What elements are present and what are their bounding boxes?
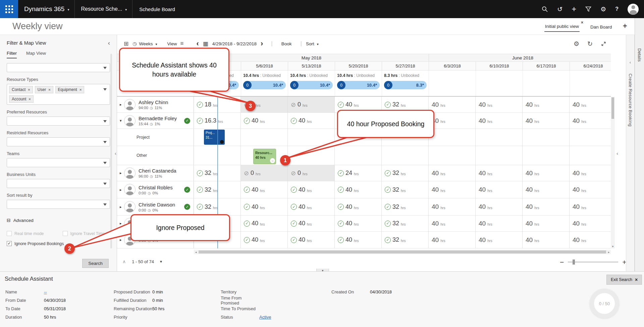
capacity-bar[interactable]: 010.4* bbox=[243, 81, 286, 89]
details-rail[interactable]: Details bbox=[635, 18, 644, 271]
prev-period-button[interactable]: ‹ bbox=[196, 40, 199, 47]
grid-cell[interactable] bbox=[523, 129, 570, 146]
checkbox-real-time-mode[interactable]: Real time mode bbox=[7, 231, 44, 236]
filter-select-preferred-resources[interactable] bbox=[7, 116, 110, 126]
board-settings-icon[interactable]: ⚙ bbox=[574, 40, 579, 48]
refresh-icon[interactable]: ↻ bbox=[587, 40, 593, 48]
zoom-slider-thumb[interactable] bbox=[573, 260, 575, 265]
grid-cell[interactable]: ✓40hrs bbox=[241, 232, 288, 248]
search-icon[interactable] bbox=[542, 6, 548, 12]
checkbox-ignore-travel-time[interactable]: Ignore Travel Time bbox=[63, 231, 105, 236]
filter-select-restricted-resources[interactable] bbox=[7, 137, 110, 146]
horizontal-scrollbar[interactable]: ◂▸ bbox=[194, 250, 611, 254]
recent-history-icon[interactable]: ↺ bbox=[557, 6, 562, 12]
chevron-down-icon[interactable]: ▾ bbox=[125, 8, 127, 11]
waffle-icon[interactable] bbox=[0, 0, 18, 18]
grid-cell[interactable] bbox=[476, 146, 523, 165]
zoom-slider[interactable] bbox=[568, 262, 618, 263]
grid-cell[interactable]: ✓32hrs bbox=[382, 216, 429, 231]
grid-cell[interactable]: ✓32hrs bbox=[382, 198, 429, 215]
grid-cell[interactable]: ✓40hrs bbox=[335, 232, 382, 248]
grid-cell[interactable]: 40hrs bbox=[476, 165, 523, 181]
grid-cell[interactable]: ✓40hrs bbox=[335, 216, 382, 231]
quick-create-icon[interactable]: + bbox=[572, 5, 576, 13]
zoom-out-button[interactable]: − bbox=[560, 259, 564, 266]
resource-name-cell[interactable]: ▸Ashley Chinn94:00◷11% bbox=[117, 97, 194, 112]
proposed-booking-block[interactable]: Resourc...40 hrs☼ bbox=[253, 149, 276, 164]
tab-initial-public-view[interactable]: Initial public view× bbox=[544, 21, 580, 32]
resource-type-tag-user[interactable]: User× bbox=[35, 86, 53, 93]
filter-icon[interactable] bbox=[585, 6, 591, 12]
scroll-down-icon[interactable]: ▼ bbox=[611, 245, 615, 248]
grid-cell[interactable] bbox=[288, 146, 335, 165]
settings-gear-icon[interactable]: ⚙ bbox=[600, 6, 606, 12]
search-button[interactable]: Search bbox=[82, 259, 109, 268]
chevron-down-icon[interactable]: ▾ bbox=[317, 42, 319, 46]
exit-search-button[interactable]: Exit Search× bbox=[606, 275, 642, 285]
expander-icon[interactable]: ▸ bbox=[120, 205, 124, 209]
grid-cell[interactable]: 40hrs bbox=[523, 97, 570, 112]
grid-cell[interactable]: ✓40hrs bbox=[241, 181, 288, 198]
grid-cell[interactable]: 40hrs bbox=[429, 97, 476, 112]
zoom-in-button[interactable]: + bbox=[622, 259, 626, 266]
expander-icon[interactable]: ▸ bbox=[120, 102, 124, 107]
add-board-tab-button[interactable]: + bbox=[623, 21, 627, 32]
grid-cell[interactable] bbox=[335, 146, 382, 165]
grid-cell[interactable]: ✓32hrs bbox=[382, 181, 429, 198]
collapse-right-panel-icon[interactable]: ‹ bbox=[616, 150, 618, 156]
resource-type-tag-equipment[interactable]: Equipment× bbox=[55, 86, 85, 93]
grid-cell[interactable]: ⊘0hrs bbox=[288, 97, 335, 112]
grid-cell[interactable]: ✓40hrs bbox=[288, 113, 335, 129]
grid-cell[interactable]: 40hrs bbox=[570, 181, 611, 198]
resource-name-cell[interactable]: ▾Bernadette Foley15:44◷1%✓ bbox=[117, 113, 194, 129]
vertical-scrollbar[interactable]: ▼ bbox=[611, 97, 615, 248]
calendar-icon[interactable]: ▦ bbox=[203, 40, 208, 47]
resource-type-tag-contact[interactable]: Contact× bbox=[9, 86, 33, 93]
checkbox-ignore-proposed-bookings[interactable]: ✓Ignore Proposed Bookings bbox=[7, 241, 64, 246]
grid-cell[interactable]: ✓40hrs bbox=[241, 216, 288, 231]
booking-block[interactable]: Proj...31... bbox=[204, 130, 225, 145]
resource-name-cell[interactable]: ▸Cheri Castaneda96:00◷11% bbox=[117, 165, 194, 181]
grid-cell[interactable]: 40hrs bbox=[476, 198, 523, 215]
filter-select-teams[interactable] bbox=[7, 158, 110, 167]
grid-cell[interactable] bbox=[429, 129, 476, 146]
create-resource-booking-rail[interactable]: ‹ Create Resource Booking bbox=[626, 35, 635, 271]
sort-button[interactable]: Sort bbox=[306, 41, 314, 46]
grid-cell[interactable]: 40hrs bbox=[476, 113, 523, 129]
grid-cell[interactable]: ✓40hrs bbox=[241, 198, 288, 215]
field-value[interactable]: -- bbox=[44, 289, 47, 294]
filter-select-sort-result-by[interactable] bbox=[7, 200, 110, 209]
expander-icon[interactable]: ▸ bbox=[120, 171, 124, 175]
app-title[interactable]: Dynamics 365 bbox=[24, 5, 64, 13]
grid-cell[interactable]: ✓40hrs bbox=[335, 198, 382, 215]
page-down-icon[interactable]: ▾ bbox=[160, 259, 162, 264]
board-grid-icon[interactable]: ⊞ bbox=[124, 40, 128, 47]
scale-selector[interactable]: Weeks bbox=[139, 41, 153, 46]
grid-cell[interactable]: 40hrs bbox=[476, 232, 523, 248]
expand-rail-icon[interactable]: ‹ bbox=[626, 60, 634, 65]
grid-cell[interactable] bbox=[570, 146, 611, 165]
close-tab-icon[interactable]: × bbox=[581, 20, 583, 25]
chevron-down-icon[interactable]: ▾ bbox=[155, 42, 157, 46]
grid-cell[interactable]: 40hrs bbox=[429, 198, 476, 215]
tab-map-view[interactable]: Map View bbox=[26, 51, 46, 58]
collapse-panel-icon[interactable]: ‹ bbox=[108, 40, 110, 46]
grid-cell[interactable]: ✓40hrs bbox=[335, 181, 382, 198]
grid-cell[interactable] bbox=[476, 129, 523, 146]
grid-cell[interactable] bbox=[523, 146, 570, 165]
grid-cell[interactable]: 40hrs bbox=[429, 232, 476, 248]
list-view-icon[interactable]: ≡ bbox=[180, 40, 184, 47]
remove-tag-icon[interactable]: × bbox=[29, 97, 31, 101]
grid-cell[interactable]: ✓32hrs bbox=[382, 165, 429, 181]
scrollbar-thumb[interactable] bbox=[199, 250, 606, 253]
grid-cell[interactable]: 40hrs bbox=[523, 113, 570, 129]
grid-cell[interactable]: 40hrs bbox=[523, 165, 570, 181]
grid-cell[interactable]: 40hrs bbox=[476, 97, 523, 112]
user-avatar[interactable] bbox=[628, 4, 639, 15]
resource-types-multiselect[interactable]: Contact×User×Equipment×Account× bbox=[7, 84, 110, 105]
grid-cell[interactable]: ⊘0hrs bbox=[241, 165, 288, 181]
grid-cell[interactable]: 40hrs bbox=[570, 97, 611, 112]
grid-cell[interactable]: 40hrs bbox=[570, 113, 611, 129]
grid-cell[interactable]: 40hrs bbox=[570, 198, 611, 215]
filter-main-select[interactable] bbox=[7, 63, 110, 72]
